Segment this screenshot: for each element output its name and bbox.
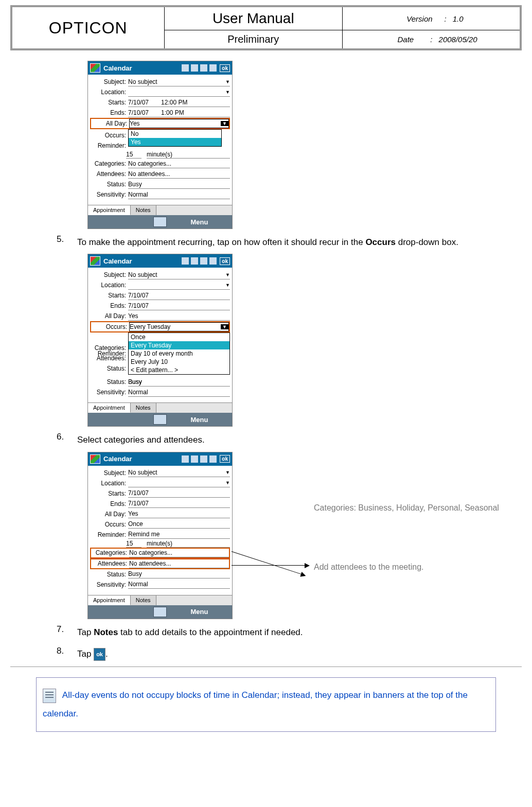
tab-notes[interactable]: Notes: [131, 205, 156, 215]
step-6: 6. Select categories and attendees.: [57, 432, 506, 448]
categories-row-highlighted: Categories:No categories...: [90, 548, 230, 558]
status-icon: [182, 64, 189, 72]
annotation-categories: Categories: Business, Holiday, Personal,…: [314, 501, 509, 515]
tab-notes[interactable]: Notes: [131, 595, 156, 605]
note-icon: [43, 689, 56, 703]
step-8: 8. Tap ok.: [57, 646, 506, 662]
divider: [10, 666, 522, 667]
allday-row-highlighted: All Day: Yes▼: [90, 118, 230, 129]
tab-appointment[interactable]: Appointment: [88, 403, 131, 413]
occurs-row-highlighted: Occurs: Every Tuesday▼: [90, 321, 230, 332]
ok-button[interactable]: ok: [220, 455, 230, 463]
doc-header: OPTICON User Manual Version: 1.0 Prelimi…: [10, 5, 522, 50]
tab-appointment[interactable]: Appointment: [88, 595, 131, 605]
starts-field[interactable]: 7/10/0712:00 PM: [128, 98, 230, 107]
info-note: All-day events do not occupy blocks of t…: [36, 677, 496, 731]
tab-notes[interactable]: Notes: [131, 403, 156, 413]
screenshot-allday-dropdown: Calendar ok Subject:No subject▼ Location…: [87, 61, 233, 229]
step-5: 5. To make the appointment recurring, ta…: [57, 234, 506, 251]
occurs-options[interactable]: Once Every Tuesday Day 10 of every month…: [128, 332, 230, 375]
start-icon: [90, 454, 100, 464]
ends-field[interactable]: 7/10/071:00 PM: [128, 109, 230, 117]
keyboard-icon[interactable]: [153, 217, 167, 227]
brand: OPTICON: [11, 6, 164, 49]
location-field[interactable]: ▼: [128, 88, 230, 97]
ok-button[interactable]: ok: [220, 64, 230, 72]
status-icon: [191, 64, 198, 72]
annotation-attendees: Add attendees to the meeting.: [314, 560, 509, 574]
status-icon: [200, 64, 207, 72]
allday-dropdown[interactable]: Yes▼: [129, 119, 229, 128]
attendees-row-highlighted: Attendees:No attendees...: [90, 558, 230, 569]
step-7: 7. Tap Notes tab to add details to the a…: [57, 624, 506, 641]
screenshot-categories-attendees: Calendar ok Subject:No subject▼ Location…: [87, 452, 233, 619]
start-icon: [90, 63, 100, 73]
status-icon: [209, 64, 217, 72]
date-row: Date: 2008/05/20: [343, 30, 521, 50]
subject-field[interactable]: No subject▼: [128, 78, 230, 86]
menu-button[interactable]: Menu: [167, 218, 232, 226]
ok-icon: ok: [94, 648, 105, 661]
app-title: Calendar: [103, 64, 132, 72]
occurs-dropdown[interactable]: Every Tuesday▼: [129, 322, 229, 331]
menu-button[interactable]: Menu: [167, 608, 232, 616]
screenshot-occurs-dropdown: Calendar ok Subject:No subject▼ Location…: [87, 254, 233, 427]
tab-appointment[interactable]: Appointment: [88, 205, 131, 215]
sensitivity-field[interactable]: Normal: [128, 190, 230, 199]
doc-title: User Manual: [164, 6, 343, 30]
keyboard-icon[interactable]: [153, 607, 167, 617]
keyboard-icon[interactable]: [153, 414, 167, 425]
categories-field[interactable]: No categories...: [128, 160, 230, 168]
doc-subtitle: Preliminary: [164, 30, 343, 50]
attendees-field[interactable]: No attendees...: [128, 170, 230, 179]
status-field[interactable]: Busy: [128, 180, 230, 189]
start-icon: [90, 256, 100, 266]
version-row: Version: 1.0: [343, 6, 521, 30]
ok-button[interactable]: ok: [220, 257, 230, 265]
menu-button[interactable]: Menu: [167, 416, 232, 424]
